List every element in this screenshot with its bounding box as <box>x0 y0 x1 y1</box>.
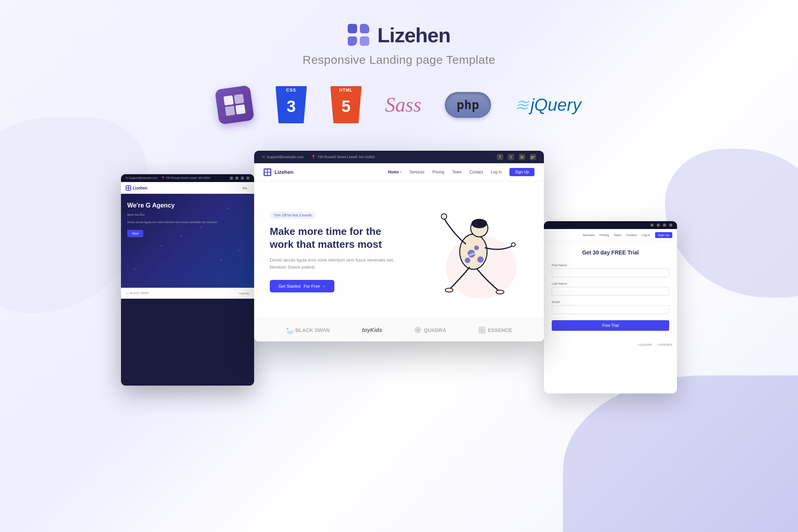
svg-point-8 <box>474 245 479 250</box>
mobile-screenshot: ✉ Support@example.com 📍 735 Russell Stre… <box>121 174 254 386</box>
form-nav-pricing[interactable]: Pricing <box>599 233 609 237</box>
form-nav-login[interactable]: Log In <box>641 233 650 237</box>
dancer-illustration: DANZ <box>422 197 524 307</box>
brand-toykids: toyKids <box>362 327 382 333</box>
hero-cta-button[interactable]: Get Started For Free → <box>270 280 334 292</box>
lastname-input[interactable] <box>552 287 669 296</box>
nav-pricing[interactable]: Pricing <box>432 170 444 174</box>
firstname-label: First Name <box>552 263 669 267</box>
mobile-hero: We're G Agency Best Service Donec iaculi… <box>121 194 254 288</box>
php-text: php <box>457 97 479 112</box>
mobile-hero-sub: Best Service <box>127 213 248 216</box>
mobile-nav: Lizehen Ma... <box>121 182 254 194</box>
svg-point-3 <box>441 214 447 219</box>
site-header: Lizehen Responsive Landing page Template <box>303 23 495 67</box>
firstname-input[interactable] <box>552 269 669 277</box>
mobile-email: ✉ Support@example.com <box>126 177 157 180</box>
tech-bootstrap <box>217 87 252 123</box>
mobile-nav-menu-text: Ma... <box>242 186 249 190</box>
screenshots-section: ✉ Support@example.com 📍 735 Russell Stre… <box>16 151 782 393</box>
form-social-4 <box>669 224 672 227</box>
logo-sq-4 <box>360 36 369 46</box>
bootstrap-icon <box>215 85 255 125</box>
brand-blackswan: 🦢 BLACK SWAN <box>286 326 330 334</box>
tagline: Responsive Landing page Template <box>303 53 495 67</box>
form-nav-services[interactable]: Services <box>583 233 595 237</box>
hero-right: DANZ <box>419 197 528 307</box>
brand-quadra: ◇ QUADRA <box>414 326 446 334</box>
mobile-topbar: ✉ Support@example.com 📍 735 Russell Stre… <box>121 174 254 182</box>
main-screenshot: ✉ Support@example.com 📍 735 Russell Stre… <box>254 151 544 341</box>
nav-team[interactable]: Team <box>452 170 462 174</box>
quadra-icon: ◇ <box>414 326 421 334</box>
mobile-brands: 🦢 BLACK SWAN toyKids <box>121 288 254 299</box>
mobile-nav-logo: Lizehen <box>126 185 147 191</box>
svg-point-2 <box>471 219 487 228</box>
social-fb-icon[interactable]: f <box>497 154 503 160</box>
hero-badge: 70% Off for first 3 month <box>270 212 316 219</box>
email-input[interactable] <box>552 305 669 314</box>
bootstrap-inner <box>223 94 245 115</box>
form-content: Get 30 day FREE Trial First Name Last Na… <box>544 242 677 339</box>
nav-logo-icon <box>264 168 271 176</box>
mobile-hero-desc: Donec iaculis ligula eros none interdum … <box>127 220 248 225</box>
brand-essence: ≡ ESSENCE <box>478 326 512 334</box>
page-wrapper: Lizehen Responsive Landing page Template… <box>0 0 798 532</box>
logo-sq-2 <box>360 24 369 33</box>
mobile-address: 📍 735 Russell Street Lowell, MA 01852 <box>161 177 210 180</box>
logo-row: Lizehen <box>348 23 451 47</box>
html5-icon: HTML 5 <box>330 86 362 123</box>
form-nav-signup[interactable]: Sign Up <box>655 232 672 238</box>
tech-sass: Sass <box>385 93 421 116</box>
blob-decoration-bottom <box>563 375 798 532</box>
tech-html5: HTML 5 <box>330 86 362 123</box>
form-social-3 <box>663 224 666 227</box>
form-submit-button[interactable]: Free Trial <box>552 320 669 331</box>
css3-icon: CSS 3 <box>276 86 307 123</box>
form-nav-contact[interactable]: Contact <box>626 233 637 237</box>
svg-point-11 <box>496 290 504 294</box>
nav-links: Home ▾ Services Pricing Team Contact Log… <box>388 168 534 176</box>
svg-point-6 <box>477 256 484 263</box>
sass-icon: Sass <box>385 93 421 116</box>
logo-icon <box>348 24 370 47</box>
nav-contact[interactable]: Contact <box>469 170 483 174</box>
social-fb <box>230 177 233 180</box>
nav-signup[interactable]: Sign Up <box>509 168 534 176</box>
essence-icon: ≡ <box>478 326 486 334</box>
form-nav-team[interactable]: Team <box>614 233 621 237</box>
topbar-address: 📍 735 Russell Street Lowell, MA 01852 <box>311 155 375 159</box>
form-field-email: Email <box>552 300 669 314</box>
topbar-email: ✉ Support@example.com <box>262 155 303 159</box>
tech-stack-row: CSS 3 HTML 5 Sass php <box>217 86 581 123</box>
logo-sq-3 <box>348 36 357 46</box>
form-topbar <box>544 221 677 229</box>
dancer-svg: DANZ <box>422 197 524 307</box>
social-ig <box>241 177 244 180</box>
blackswan-icon: 🦢 <box>286 326 293 334</box>
mobile-brand-1: 🦢 BLACK SWAN <box>126 292 148 295</box>
social-ig-icon[interactable]: ◎ <box>519 154 525 160</box>
logo-sq-1 <box>348 24 357 33</box>
form-social-2 <box>657 224 660 227</box>
form-brand-essence: ≡ ESSENCE <box>657 343 672 346</box>
mobile-hero-title: We're G Agency <box>127 202 248 210</box>
form-brands: ◇ QUADRA ≡ ESSENCE <box>544 339 677 351</box>
tech-css3: CSS 3 <box>276 86 307 123</box>
tech-php: php <box>445 92 491 118</box>
jquery-icon: ≋jQuery <box>515 95 581 115</box>
cta-suffix: For Free → <box>303 284 325 289</box>
form-field-lastname: Last Name <box>552 282 669 296</box>
social-gp-icon[interactable]: g+ <box>530 154 536 160</box>
nav-services[interactable]: Services <box>410 170 424 174</box>
nav-login[interactable]: Log In <box>491 170 502 174</box>
screenshot-brands: 🦢 BLACK SWAN toyKids ◇ QUADRA ≡ ESSENCE <box>254 318 544 341</box>
nav-home[interactable]: Home ▾ <box>388 170 402 174</box>
social-gp <box>246 177 249 180</box>
hero-desc: Donec iaculis ligula eros none interdum … <box>270 257 403 271</box>
nav-logo-area: Lizehen <box>264 168 293 176</box>
mobile-cta-button[interactable]: Start <box>127 230 143 237</box>
form-social-1 <box>650 224 654 227</box>
form-screenshot: Services Pricing Team Contact Log In Sig… <box>544 221 677 393</box>
social-tw-icon[interactable]: t <box>508 154 514 160</box>
